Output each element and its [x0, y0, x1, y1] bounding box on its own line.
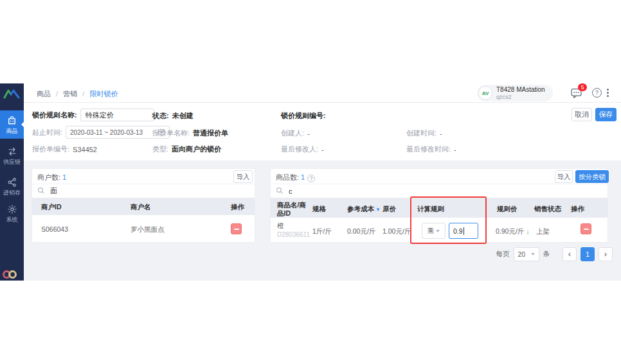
column-header: 原价 [382, 205, 396, 214]
date-range-label: 起止时间: [32, 128, 62, 137]
product-search [271, 184, 608, 198]
text-cursor [464, 227, 464, 235]
more-menu-icon[interactable] [607, 89, 609, 97]
modifier-value: - [321, 146, 324, 153]
content-area: 商户数:1 导入 商户ID 商户名 操作 S066043 罗小黑面点 [24, 160, 621, 281]
modify-time-label: 最后修改时间: [406, 144, 451, 154]
chevron-down-icon [436, 230, 440, 232]
lock-by-category-button[interactable]: 按分类锁价 [575, 170, 609, 183]
search-icon [276, 186, 284, 197]
price-down-arrow-icon: ↓ [526, 227, 530, 235]
breadcrumb-item[interactable]: 营销 [63, 90, 77, 98]
cancel-button[interactable]: 取消 [572, 108, 592, 121]
calc-operator-value: 乘 [428, 227, 435, 236]
product-id: D28036611 [277, 231, 310, 238]
chevron-down-icon [531, 253, 535, 256]
merchant-name: 罗小黑面点 [130, 225, 165, 234]
help-icon[interactable]: ? [592, 88, 602, 98]
user-subtitle: qzcs2 [496, 94, 545, 100]
save-button[interactable]: 保存 [595, 108, 616, 121]
breadcrumb: 商品 / 营销 / 限时锁价 [37, 89, 118, 99]
merchant-table-header: 商户ID 商户名 操作 [32, 198, 255, 215]
column-header: 操作 [571, 205, 584, 214]
column-header: 销售状态 [534, 205, 561, 214]
supply-chain-icon [0, 146, 24, 157]
modify-time-value: - [454, 146, 456, 153]
product-count-label: 商品数: [276, 173, 299, 181]
rule-form: 锁价规则名称: 状态: 未创建 锁价规则编号: 取消 保存 起止时间: 2020… [24, 103, 621, 160]
avatar: AV [478, 86, 492, 100]
merchant-count-label: 商户数: [37, 173, 60, 181]
sidebar-item-label: 商品 [0, 127, 24, 135]
breadcrumb-separator: / [56, 90, 58, 98]
breadcrumb-separator: / [82, 90, 84, 98]
date-range-value: 2020-03-11 ~ 2020-03-13 [70, 129, 143, 136]
sidebar: 商品 供应链 进销存 [0, 83, 24, 281]
sidebar-item-inventory[interactable]: 进销存 [0, 177, 24, 200]
pagination: 每页 20 条 ‹ 1 › [496, 247, 613, 262]
active-item-caret-icon [21, 122, 24, 127]
merchant-search [32, 184, 255, 198]
type-value: 面向商户的锁价 [172, 144, 221, 154]
product-panel: 商品数:1? 导入 按分类锁价 商品名/商品ID 规格 参考成本▼ 原价 计算规… [270, 168, 608, 243]
app-logo-icon [3, 89, 21, 102]
product-count-value: 1 [301, 173, 305, 181]
user-menu[interactable]: AV T8428 MAstation qzcs2 [477, 85, 553, 101]
product-ref-cost: 0.00元/斤 [347, 227, 375, 236]
product-search-input[interactable] [289, 187, 554, 195]
rule-name-label: 锁价规则名称: [32, 110, 77, 120]
partial-brand-logo [3, 270, 17, 279]
next-page-button[interactable]: › [598, 247, 613, 261]
per-page-select[interactable]: 20 [514, 247, 539, 261]
calc-operator-select[interactable]: 乘 [422, 223, 446, 239]
remove-product-button[interactable] [580, 223, 591, 234]
create-time-label: 创建时间: [406, 128, 437, 138]
rule-name-input[interactable] [80, 108, 154, 121]
sidebar-item-supply-chain[interactable]: 供应链 [0, 146, 24, 169]
per-page-value: 20 [518, 250, 526, 258]
breadcrumb-item[interactable]: 商品 [37, 90, 51, 98]
column-header: 商户ID [41, 203, 62, 212]
search-icon [37, 186, 45, 197]
column-header: 规则价 [497, 205, 518, 214]
sale-status: 上架 [536, 227, 550, 236]
per-page-label: 每页 [496, 250, 510, 259]
product-table-header: 商品名/商品ID 规格 参考成本▼ 原价 计算规则 规则价 销售状态 操作 [271, 198, 608, 218]
type-label: 类型: [152, 144, 168, 154]
sidebar-item-system[interactable]: 系统 [0, 204, 24, 227]
breadcrumb-current: 限时锁价 [89, 90, 118, 98]
calc-factor-input[interactable]: 0.9 [449, 223, 478, 239]
modifier-label: 最后修改人: [281, 144, 318, 154]
quote-name-value: 普通报价单 [193, 128, 228, 138]
merchant-count-value: 1 [62, 173, 66, 181]
remove-merchant-button[interactable] [231, 223, 242, 234]
column-header: 计算规则 [417, 205, 444, 214]
shopping-bag-icon [0, 115, 24, 126]
share-nodes-icon [0, 177, 24, 187]
sidebar-item-label: 供应链 [0, 158, 24, 166]
product-name: 橙 [277, 221, 310, 230]
status-value: 未创建 [172, 111, 194, 121]
gear-icon [0, 204, 24, 214]
merchant-id: S066043 [41, 225, 68, 233]
rule-no-label: 锁价规则编号: [281, 111, 326, 121]
quote-name-label: 报价单名称: [152, 128, 190, 138]
sidebar-item-label: 进销存 [0, 189, 24, 197]
rule-price-value: 0.90元/斤 [496, 227, 524, 235]
column-header: 规格 [312, 205, 326, 214]
merchant-import-button[interactable]: 导入 [233, 170, 253, 183]
question-circle-icon[interactable]: ? [307, 175, 315, 182]
column-header: 商户名 [130, 203, 151, 212]
column-header: 操作 [231, 203, 244, 212]
product-spec: 1斤/斤 [312, 227, 332, 236]
prev-page-button[interactable]: ‹ [562, 247, 577, 261]
page-button-1[interactable]: 1 [580, 247, 595, 261]
sidebar-item-goods[interactable]: 商品 [0, 110, 24, 139]
sidebar-item-label: 系统 [0, 216, 24, 224]
column-header-sortable[interactable]: 参考成本▼ [347, 205, 381, 214]
merchant-search-input[interactable] [50, 187, 224, 195]
merchant-panel: 商户数:1 导入 商户ID 商户名 操作 S066043 罗小黑面点 [32, 168, 255, 243]
topbar: 商品 / 营销 / 限时锁价 AV T8428 MAstation qzcs2 … [24, 83, 621, 103]
sort-desc-icon[interactable]: ▼ [375, 207, 381, 212]
product-import-button[interactable]: 导入 [555, 170, 573, 183]
